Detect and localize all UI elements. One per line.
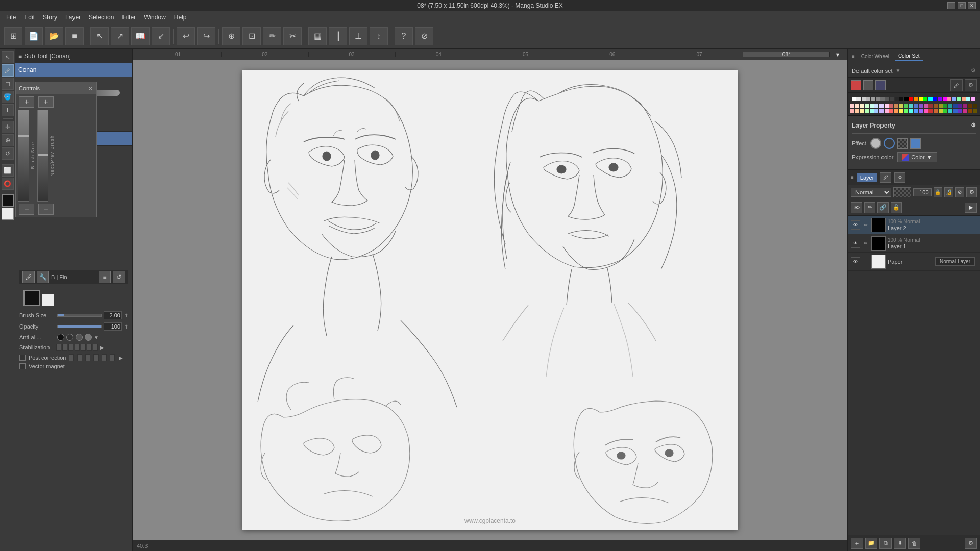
c4[interactable] <box>865 104 869 108</box>
menu-filter[interactable]: Filter <box>118 13 140 22</box>
color-lgray3[interactable] <box>866 97 870 101</box>
d8[interactable] <box>885 109 889 113</box>
layer-icon-lock2[interactable]: 🔓 <box>891 202 902 213</box>
post-corr-cell-5[interactable] <box>102 354 107 361</box>
tb-cut-icon[interactable]: ✂ <box>283 27 302 45</box>
tool-rotate-brush[interactable]: ↺ <box>113 271 125 283</box>
prev-brush-btn[interactable]: − <box>38 204 54 215</box>
brush-size-slider[interactable] <box>18 110 29 202</box>
layer-1-eye[interactable]: 👁 <box>851 239 860 248</box>
c17[interactable] <box>928 104 933 108</box>
post-corr-cell-3[interactable] <box>85 354 90 361</box>
tool-fill[interactable]: 🪣 <box>2 91 14 103</box>
opacity-prop-slider[interactable] <box>57 325 102 328</box>
tb-open-icon[interactable]: 📂 <box>45 27 63 45</box>
tool-brush[interactable]: 🖊 <box>2 64 14 77</box>
color-orange[interactable] <box>914 97 918 101</box>
effect-circle-filled[interactable] <box>870 138 881 149</box>
tool-color-swatch-black[interactable] <box>2 194 14 207</box>
tb-zoom-icon[interactable]: ⊕ <box>222 27 240 45</box>
d19[interactable] <box>939 109 943 113</box>
d6[interactable] <box>874 109 878 113</box>
c22[interactable] <box>953 104 958 108</box>
opacity-input[interactable] <box>104 322 122 331</box>
layer-icon-pen[interactable]: ✏ <box>864 202 875 213</box>
tb-new-icon[interactable]: 📄 <box>24 27 43 45</box>
tool-eraser[interactable]: ◻ <box>2 78 14 90</box>
c11[interactable] <box>899 104 903 108</box>
tb-select-icon[interactable]: ↖ <box>90 27 109 45</box>
post-corr-cell-1[interactable] <box>69 354 74 361</box>
tool-rotate[interactable]: ↺ <box>2 147 14 160</box>
c10[interactable] <box>894 104 898 108</box>
d20[interactable] <box>943 109 947 113</box>
layer-add-btn[interactable]: + <box>851 538 863 549</box>
post-corr-arrow[interactable]: ▶ <box>119 355 123 361</box>
aa-dropdown-icon[interactable]: ▼ <box>94 335 99 340</box>
aa-dot-gray3[interactable] <box>85 334 92 341</box>
d2[interactable] <box>855 109 859 113</box>
tb-pencil-icon[interactable]: ✏ <box>263 27 281 45</box>
tool-select-lasso[interactable]: ⭕ <box>2 178 14 190</box>
color-white[interactable] <box>852 97 856 101</box>
vector-magnet-checkbox[interactable] <box>19 363 26 369</box>
d9[interactable] <box>889 109 893 113</box>
c15[interactable] <box>919 104 923 108</box>
layer-delete-btn[interactable]: 🗑 <box>908 538 920 549</box>
stab-cell-1[interactable] <box>56 344 61 351</box>
color-set-tab[interactable]: Color Set <box>895 52 923 61</box>
color-mgray3[interactable] <box>880 97 885 101</box>
lock-btn-3[interactable]: ⊘ <box>955 187 965 197</box>
canvas-paper[interactable]: www.cgplacenta.to <box>242 70 738 530</box>
color-dgray1[interactable] <box>885 97 889 101</box>
post-corr-cell-4[interactable] <box>93 354 99 361</box>
color-black[interactable] <box>904 97 909 101</box>
d14[interactable] <box>914 109 918 113</box>
tb-help-icon[interactable]: ? <box>395 27 413 45</box>
post-corr-cell-6[interactable] <box>110 354 115 361</box>
aa-dot-gray1[interactable] <box>66 334 74 341</box>
menu-window[interactable]: Window <box>140 13 170 22</box>
color-dgray2[interactable] <box>890 97 894 101</box>
c24[interactable] <box>963 104 967 108</box>
color-peach[interactable] <box>962 97 966 101</box>
stab-cell-7[interactable] <box>93 344 98 351</box>
tb-flip-icon[interactable]: ↕ <box>370 27 388 45</box>
d16[interactable] <box>924 109 928 113</box>
d3[interactable] <box>860 109 864 113</box>
tb-undo-icon[interactable]: ↩ <box>177 27 195 45</box>
canvas-area[interactable]: www.cgplacenta.to <box>133 60 847 540</box>
effect-circle-hollow[interactable] <box>884 138 895 149</box>
d24[interactable] <box>963 109 967 113</box>
color-dgray3[interactable] <box>895 97 899 101</box>
effect-blue[interactable] <box>910 138 921 149</box>
layer-property-settings-icon[interactable]: ⚙ <box>971 122 976 129</box>
stab-cell-3[interactable] <box>68 344 74 351</box>
menu-edit[interactable]: Edit <box>20 13 39 22</box>
layer-item-paper[interactable]: 👁 Paper Normal Layer <box>848 253 980 271</box>
color-ltcyan[interactable] <box>966 97 970 101</box>
d23[interactable] <box>958 109 962 113</box>
blend-pattern-btn[interactable] <box>893 187 911 197</box>
tool-options-btn[interactable]: ≡ <box>99 271 111 283</box>
d4[interactable] <box>865 109 869 113</box>
tb-fit-icon[interactable]: ⊡ <box>242 27 261 45</box>
brush-size-input[interactable] <box>104 311 122 319</box>
tool-zoom[interactable]: ⊕ <box>2 134 14 146</box>
tb-grid-icon[interactable]: ⊞ <box>4 27 22 45</box>
stab-arrow[interactable]: ▶ <box>100 345 104 350</box>
aa-dot-black[interactable] <box>57 334 64 341</box>
expression-color-dropdown[interactable]: Color ▼ <box>897 152 937 162</box>
menu-file[interactable]: File <box>2 13 20 22</box>
c21[interactable] <box>948 104 952 108</box>
tool-icon-btn[interactable]: 🖊 <box>22 271 35 283</box>
c5[interactable] <box>870 104 874 108</box>
layer-icon2[interactable]: ⚙ <box>894 172 905 183</box>
color-red-swatch[interactable] <box>851 80 861 90</box>
post-correction-checkbox[interactable] <box>19 355 26 361</box>
layer-blend-settings[interactable]: ⚙ <box>966 187 977 197</box>
stab-cell-2[interactable] <box>62 344 67 351</box>
color-magenta[interactable] <box>943 97 947 101</box>
color-blue-swatch[interactable] <box>875 80 886 90</box>
menu-layer[interactable]: Layer <box>61 13 85 22</box>
